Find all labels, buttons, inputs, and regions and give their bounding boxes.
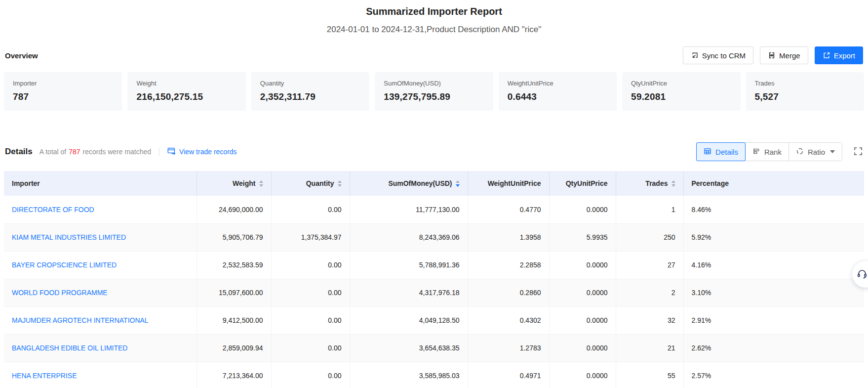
fullscreen-icon [853, 146, 863, 158]
importer-link[interactable]: BANGLADESH EDIBLE OIL LIMITED [12, 344, 127, 352]
chevron-down-icon [830, 150, 835, 153]
sort-icon-active-desc[interactable] [456, 180, 460, 187]
importer-link[interactable]: HENA ENTERPRISE [12, 372, 77, 380]
export-button[interactable]: Export [815, 46, 863, 64]
importer-link[interactable]: MAJUMDER AGROTECH INTERNATIONAL [12, 316, 149, 324]
col-header-quantity[interactable]: Quantity [271, 171, 350, 196]
table-row: BANGLADESH EDIBLE OIL LIMITED 2,859,009.… [4, 334, 864, 362]
table-row: BAYER CROPSCIENCE LIMITED 2,532,583.59 0… [4, 251, 864, 279]
table-row: KIAM METAL INDUSTRIES LIMITED 5,905,706.… [4, 223, 864, 251]
stat-value: 2,352,311.79 [260, 91, 360, 102]
quantity-cell: 0.00 [271, 306, 350, 334]
stat-label: Trades [755, 80, 855, 87]
sum-of-money-cell: 4,317,976.18 [350, 279, 468, 306]
report-header: Summarized Importer Report 2024-01-01 to… [0, 0, 868, 36]
fullscreen-button[interactable] [853, 146, 863, 158]
col-label: Weight [233, 179, 255, 187]
matched-count: 787 [69, 148, 80, 156]
stat-card-weight-unit-price: WeightUnitPrice 0.6443 [499, 72, 617, 111]
overview-heading: Overview [5, 51, 38, 60]
importer-link[interactable]: BAYER CROPSCIENCE LIMITED [12, 261, 117, 269]
stat-card-sum-of-money: SumOfMoney(USD) 139,275,795.89 [375, 72, 493, 111]
stat-value: 59.2081 [631, 91, 731, 102]
sum-of-money-cell: 3,654,638.35 [350, 334, 468, 362]
quantity-cell: 0.00 [271, 279, 350, 306]
view-trade-records-label: View trade records [179, 148, 237, 156]
weight-cell: 7,213,364.00 [197, 362, 271, 388]
importer-link[interactable]: DIRECTORATE OF FOOD [12, 206, 94, 214]
importer-link[interactable]: WORLD FOOD PROGRAMME [12, 289, 108, 297]
matched-prefix: A total of [39, 148, 66, 156]
weight-unit-price-cell: 0.4770 [468, 196, 549, 223]
weight-cell: 2,532,583.59 [197, 251, 271, 279]
trade-records-icon [167, 147, 176, 156]
view-trade-records-link[interactable]: View trade records [167, 147, 237, 156]
trades-cell: 21 [616, 334, 683, 362]
stat-label: WeightUnitPrice [508, 80, 608, 87]
weight-unit-price-cell: 0.4302 [468, 306, 549, 334]
trades-cell: 2 [616, 279, 683, 306]
qty-unit-price-cell: 0.0000 [549, 306, 616, 334]
col-label: SumOfMoney(USD) [388, 179, 452, 187]
export-icon [823, 51, 830, 59]
sum-of-money-cell: 11,777,130.00 [350, 196, 468, 223]
col-label: WeightUnitPrice [488, 179, 541, 187]
ratio-circle-icon [796, 147, 804, 157]
percentage-cell: 2.91% [683, 306, 864, 334]
tab-details-label: Details [715, 148, 738, 156]
table-row: MAJUMDER AGROTECH INTERNATIONAL 9,412,50… [4, 306, 864, 334]
col-header-trades[interactable]: Trades [616, 171, 683, 196]
table-header-row: Importer Weight Quantity SumOfMoney(USD)… [4, 171, 864, 196]
tab-ratio[interactable]: Ratio [789, 143, 842, 161]
weight-unit-price-cell: 1.3958 [468, 223, 549, 251]
col-label: Quantity [306, 179, 334, 187]
sort-icon[interactable] [259, 180, 263, 187]
quantity-cell: 0.00 [271, 362, 350, 388]
stat-value: 787 [13, 91, 113, 102]
weight-unit-price-cell: 1.2783 [468, 334, 549, 362]
quantity-cell: 0.00 [271, 334, 350, 362]
quantity-cell: 0.00 [271, 196, 350, 223]
col-header-sum-of-money[interactable]: SumOfMoney(USD) [350, 171, 468, 196]
percentage-cell: 4.16% [683, 251, 864, 279]
stat-card-quantity: Quantity 2,352,311.79 [251, 72, 369, 111]
tab-rank[interactable]: Rank [746, 143, 789, 161]
overview-actions: Sync to CRM Merge Export [683, 46, 863, 64]
weight-unit-price-cell: 2.2858 [468, 251, 549, 279]
records-matched-text: A total of 787 records were matched [39, 148, 151, 156]
col-label: QtyUnitPrice [566, 179, 608, 187]
sync-to-crm-button[interactable]: Sync to CRM [683, 46, 753, 64]
stat-label: QtyUnitPrice [631, 80, 731, 87]
importer-link[interactable]: KIAM METAL INDUSTRIES LIMITED [12, 233, 126, 241]
stat-value: 5,527 [755, 91, 855, 102]
sync-to-crm-label: Sync to CRM [702, 51, 746, 60]
quantity-cell: 1,375,384.97 [271, 223, 350, 251]
merge-button[interactable]: Merge [760, 46, 808, 64]
col-header-weight[interactable]: Weight [197, 171, 271, 196]
qty-unit-price-cell: 0.0000 [549, 196, 616, 223]
qty-unit-price-cell: 0.0000 [549, 334, 616, 362]
qty-unit-price-cell: 5.9935 [549, 223, 616, 251]
percentage-cell: 2.62% [683, 334, 864, 362]
stat-value: 216,150,275.15 [136, 91, 237, 102]
details-actions: Details Rank Ratio [696, 142, 863, 161]
col-label: Percentage [692, 179, 729, 187]
percentage-cell: 2.57% [683, 362, 864, 388]
tab-ratio-label: Ratio [808, 148, 825, 156]
col-header-importer: Importer [4, 171, 197, 196]
details-bar: Details A total of 787 records were matc… [0, 142, 868, 162]
sort-icon[interactable] [671, 180, 675, 187]
col-label: Trades [645, 179, 668, 187]
stat-card-qty-unit-price: QtyUnitPrice 59.2081 [622, 72, 740, 111]
quantity-cell: 0.00 [271, 251, 350, 279]
table-row: DIRECTORATE OF FOOD 24,690,000.00 0.00 1… [4, 196, 864, 223]
trades-cell: 55 [616, 362, 683, 388]
stat-value: 139,275,795.89 [384, 91, 484, 102]
sort-icon[interactable] [338, 180, 342, 187]
qty-unit-price-cell: 0.0000 [549, 251, 616, 279]
report-query-subtitle: 2024-01-01 to 2024-12-31,Product Descrip… [0, 24, 868, 36]
merge-icon [768, 51, 776, 59]
tab-details[interactable]: Details [696, 142, 746, 161]
table-row: WORLD FOOD PROGRAMME 15,097,600.00 0.00 … [4, 279, 864, 306]
export-label: Export [834, 51, 855, 60]
